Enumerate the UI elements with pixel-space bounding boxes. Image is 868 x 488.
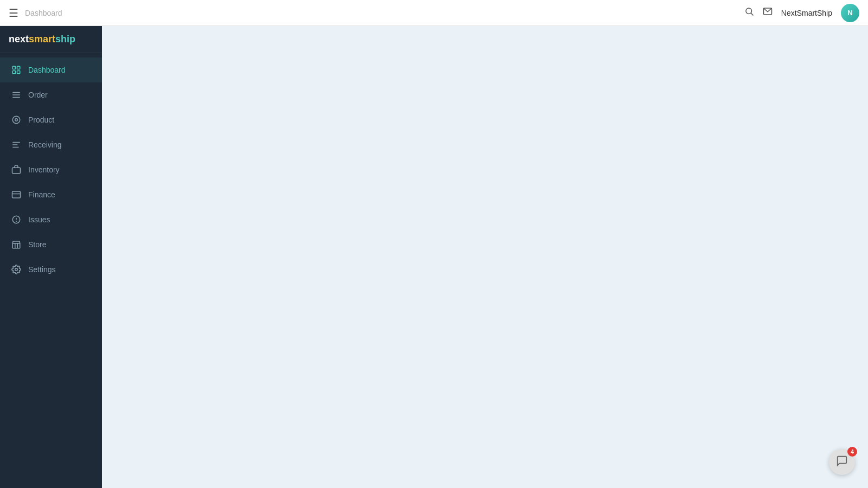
svg-point-10 (12, 116, 20, 124)
svg-rect-3 (12, 66, 15, 69)
sidebar-item-settings[interactable]: Settings (0, 257, 102, 282)
sidebar-item-label-inventory: Inventory (28, 165, 60, 174)
issues-icon (11, 215, 22, 224)
order-icon (11, 90, 22, 100)
sidebar: nextsmartship Dashboard (0, 26, 102, 488)
sidebar-item-receiving[interactable]: Receiving (0, 132, 102, 157)
header-title: Dashboard (25, 9, 62, 17)
chat-button[interactable]: 4 (829, 449, 855, 475)
user-name: NextSmartShip (781, 9, 832, 17)
chat-icon (836, 455, 848, 470)
sidebar-item-label-product: Product (28, 115, 54, 124)
header: ☰ Dashboard NextSmartShip N (0, 0, 868, 26)
logo: nextsmartship (0, 26, 102, 53)
inventory-icon (11, 165, 22, 175)
header-left: ☰ Dashboard (9, 7, 62, 20)
svg-line-1 (751, 13, 753, 15)
logo-ship: ship (55, 34, 75, 44)
store-icon (11, 240, 22, 249)
sidebar-item-dashboard[interactable]: Dashboard (0, 57, 102, 82)
mail-icon[interactable] (763, 7, 773, 19)
sidebar-item-label-receiving: Receiving (28, 140, 61, 149)
svg-rect-16 (12, 191, 21, 198)
sidebar-item-label-settings: Settings (28, 265, 56, 274)
logo-next: next (9, 34, 29, 44)
svg-rect-5 (12, 71, 15, 74)
avatar[interactable]: N (841, 4, 859, 22)
content-area (102, 26, 868, 488)
svg-rect-6 (17, 71, 20, 74)
svg-rect-4 (17, 66, 20, 69)
chat-badge: 4 (847, 447, 857, 457)
sidebar-item-inventory[interactable]: Inventory (0, 157, 102, 182)
search-icon[interactable] (744, 7, 754, 19)
sidebar-item-product[interactable]: Product (0, 107, 102, 132)
settings-icon (11, 265, 22, 274)
svg-point-11 (15, 119, 18, 121)
sidebar-item-store[interactable]: Store (0, 232, 102, 257)
svg-point-21 (15, 268, 18, 271)
svg-point-0 (746, 8, 752, 14)
receiving-icon (11, 140, 22, 150)
sidebar-item-label-finance: Finance (28, 190, 55, 199)
sidebar-item-label-dashboard: Dashboard (28, 66, 66, 74)
sidebar-item-finance[interactable]: Finance (0, 182, 102, 207)
sidebar-item-label-issues: Issues (28, 215, 50, 224)
svg-rect-15 (12, 168, 21, 174)
menu-icon[interactable]: ☰ (9, 7, 18, 20)
sidebar-item-label-store: Store (28, 240, 46, 249)
sidebar-item-order[interactable]: Order (0, 82, 102, 107)
finance-icon (11, 190, 22, 200)
logo-smart: smart (29, 34, 55, 44)
sidebar-item-issues[interactable]: Issues (0, 207, 102, 232)
main-container: nextsmartship Dashboard (0, 26, 868, 488)
dashboard-icon (11, 65, 22, 75)
product-icon (11, 115, 22, 125)
sidebar-nav: Dashboard Order (0, 53, 102, 488)
header-right: NextSmartShip N (744, 4, 859, 22)
sidebar-item-label-order: Order (28, 91, 48, 99)
svg-point-20 (16, 221, 17, 222)
